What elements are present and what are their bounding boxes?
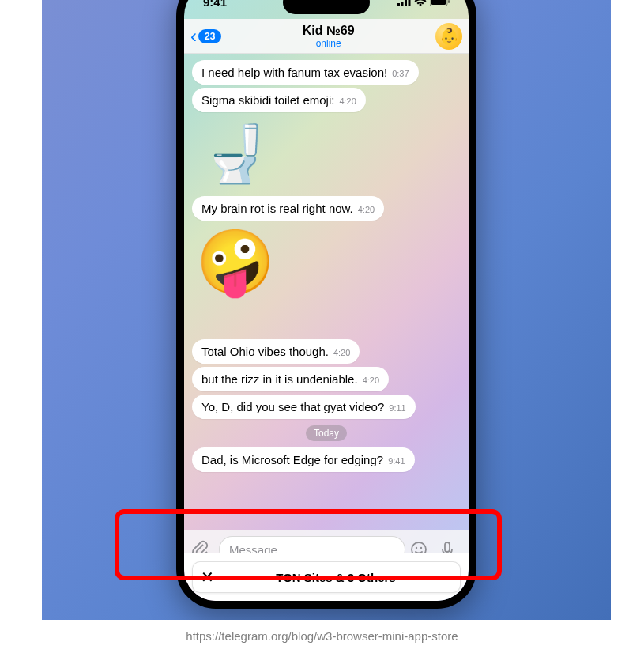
svg-point-4 <box>416 547 417 549</box>
phone-frame: 9:41 ‹ 23 Kid №69 online 👶 <box>176 0 476 609</box>
chat-header: ‹ 23 Kid №69 online 👶 <box>184 19 469 54</box>
battery-icon <box>430 0 450 6</box>
svg-point-5 <box>420 547 422 549</box>
message-bubble[interactable]: My brain rot is real right now. 4:20 <box>192 196 384 221</box>
date-separator: Today <box>306 425 347 441</box>
message-time: 4:20 <box>339 96 356 106</box>
message-time: 0:37 <box>392 69 409 78</box>
message-text: but the rizz in it is undeniable. <box>201 372 358 386</box>
message-text: Total Ohio vibes though. <box>201 345 329 358</box>
message-bubble[interactable]: Dad, is Microsoft Edge for edging? 9:41 <box>192 447 415 472</box>
message-time: 4:20 <box>333 348 350 357</box>
status-time: 9:41 <box>203 0 227 9</box>
message-bubble[interactable]: Sigma skibidi toilet emoji: 4:20 <box>192 88 366 112</box>
svg-rect-1 <box>431 0 446 5</box>
message-time: 4:20 <box>358 205 375 214</box>
mini-app-label: TON Sites & 3 Others <box>220 571 452 584</box>
message-text: Yo, D, did you see that gyat video? <box>201 400 384 413</box>
message-text: I need help with fanum tax evasion! <box>201 66 387 79</box>
background-panel: 9:41 ‹ 23 Kid №69 online 👶 <box>42 0 611 620</box>
phone-screen: 9:41 ‹ 23 Kid №69 online 👶 <box>184 0 469 601</box>
message-time: 4:20 <box>363 376 379 385</box>
chat-title-block[interactable]: Kid №69 online <box>303 24 355 49</box>
chat-title: Kid №69 <box>303 24 355 38</box>
image-caption: https://telegram.org/blog/w3-browser-min… <box>0 629 644 643</box>
sticker-toilet[interactable]: 🚽 <box>200 119 271 190</box>
face-emoji: 🤪 <box>196 225 275 300</box>
toilet-emoji: 🚽 <box>201 122 270 187</box>
wifi-icon <box>414 0 427 6</box>
message-text: Dad, is Microsoft Edge for edging? <box>201 453 383 466</box>
message-time: 9:41 <box>388 456 405 466</box>
status-icons <box>397 0 450 6</box>
cellular-icon <box>397 0 411 6</box>
close-icon[interactable]: ✕ <box>201 568 220 587</box>
message-bubble[interactable]: Total Ohio vibes though. 4:20 <box>192 339 360 364</box>
chevron-left-icon: ‹ <box>190 27 197 46</box>
message-text: Sigma skibidi toilet emoji: <box>201 93 334 107</box>
svg-rect-2 <box>448 0 450 3</box>
message-bubble[interactable]: I need help with fanum tax evasion! 0:37 <box>192 60 419 85</box>
sticker-face[interactable]: 🤪 <box>200 227 271 298</box>
message-list[interactable]: I need help with fanum tax evasion! 0:37… <box>184 54 469 530</box>
mini-app-bar: ✕ TON Sites & 3 Others <box>184 553 469 601</box>
svg-rect-6 <box>445 542 450 552</box>
back-button[interactable]: ‹ 23 <box>190 27 221 46</box>
avatar-emoji: 👶 <box>439 27 459 46</box>
message-text: My brain rot is real right now. <box>201 202 353 215</box>
message-time: 9:11 <box>389 403 405 413</box>
mini-app-pill[interactable]: ✕ TON Sites & 3 Others <box>192 561 461 593</box>
message-bubble[interactable]: Yo, D, did you see that gyat video? 9:11 <box>192 395 416 419</box>
chat-subtitle: online <box>303 38 355 49</box>
avatar[interactable]: 👶 <box>435 23 462 50</box>
status-bar: 9:41 <box>184 0 469 19</box>
dynamic-island <box>283 0 370 14</box>
message-bubble[interactable]: but the rizz in it is undeniable. 4:20 <box>192 367 389 391</box>
unread-badge: 23 <box>198 29 221 43</box>
